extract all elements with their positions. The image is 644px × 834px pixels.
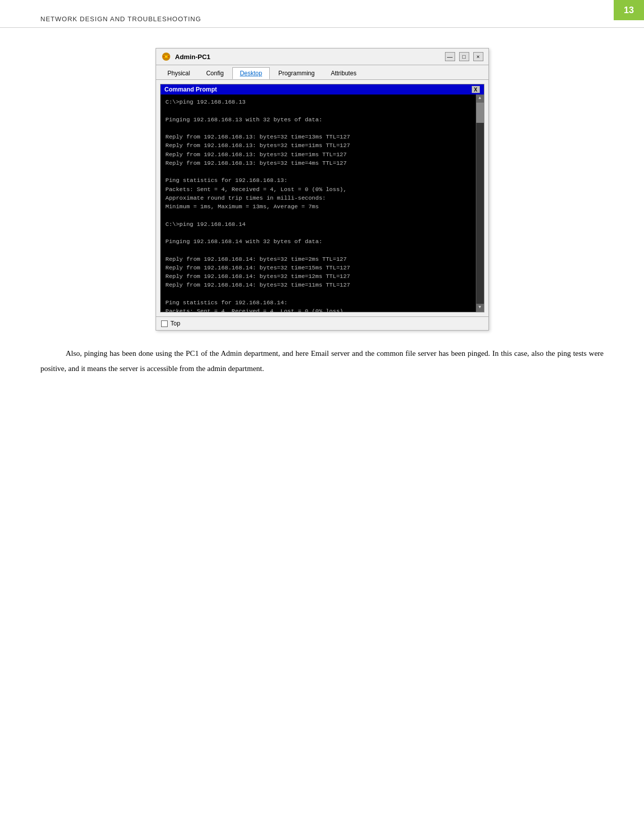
cmd-body[interactable]: C:\>ping 192.168.168.13 Pinging 192.168.… bbox=[161, 95, 484, 312]
tab-bar: Physical Config Desktop Programming Attr… bbox=[156, 65, 488, 80]
window-controls[interactable]: — □ × bbox=[445, 52, 483, 61]
svg-point-3 bbox=[167, 56, 169, 58]
pt-titlebar: Admin-PC1 — □ × bbox=[156, 49, 488, 65]
tab-programming[interactable]: Programming bbox=[271, 67, 322, 79]
pt-titlebar-left: Admin-PC1 bbox=[161, 52, 211, 62]
svg-point-2 bbox=[163, 56, 165, 58]
cmd-scrollbar[interactable]: ▲ ▼ bbox=[476, 95, 484, 312]
router-icon bbox=[161, 52, 171, 62]
top-checkbox[interactable] bbox=[161, 320, 168, 327]
tab-config[interactable]: Config bbox=[199, 67, 231, 79]
page-header: NETWORK DESIGN AND TROUBLESHOOTING bbox=[0, 0, 644, 28]
header-title: NETWORK DESIGN AND TROUBLESHOOTING bbox=[40, 15, 201, 23]
cmd-close-button[interactable]: X bbox=[472, 86, 480, 93]
scroll-thumb[interactable] bbox=[476, 103, 484, 123]
cmd-window: Command Prompt X C:\>ping 192.168.168.13… bbox=[160, 84, 484, 312]
tab-attributes[interactable]: Attributes bbox=[323, 67, 364, 79]
cmd-titlebar: Command Prompt X bbox=[161, 84, 484, 95]
content-area: Admin-PC1 — □ × Physical Config Desktop … bbox=[0, 48, 644, 376]
close-button[interactable]: × bbox=[473, 52, 483, 61]
page-number-bar: 13 bbox=[614, 0, 644, 20]
tab-physical[interactable]: Physical bbox=[160, 67, 198, 79]
pt-window: Admin-PC1 — □ × Physical Config Desktop … bbox=[156, 48, 489, 331]
scroll-down-arrow[interactable]: ▼ bbox=[476, 304, 484, 312]
body-paragraph: Also, pinging has been done using the PC… bbox=[40, 346, 604, 376]
scroll-up-arrow[interactable]: ▲ bbox=[476, 95, 484, 103]
window-title: Admin-PC1 bbox=[175, 53, 211, 61]
tab-desktop[interactable]: Desktop bbox=[232, 67, 270, 79]
pt-bottombar: Top bbox=[156, 316, 488, 330]
page-number: 13 bbox=[624, 5, 634, 16]
cmd-title: Command Prompt bbox=[165, 86, 217, 93]
cmd-container: Command Prompt X C:\>ping 192.168.168.13… bbox=[156, 80, 488, 316]
bottom-label: Top bbox=[171, 320, 180, 327]
cmd-text: C:\>ping 192.168.168.13 Pinging 192.168.… bbox=[166, 98, 479, 312]
minimize-button[interactable]: — bbox=[445, 52, 455, 61]
maximize-button[interactable]: □ bbox=[459, 52, 469, 61]
